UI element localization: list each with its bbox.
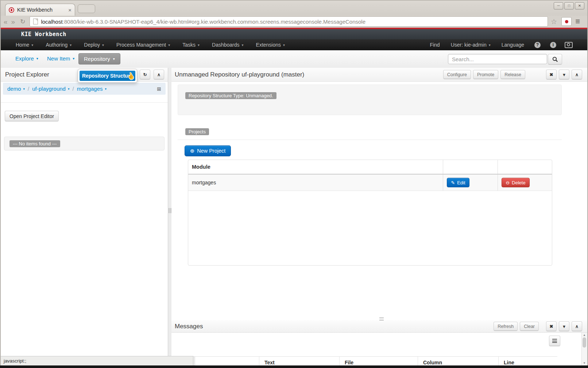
- menu-authoring[interactable]: Authoring▾: [39, 42, 78, 48]
- caret-down-icon: ▾: [105, 87, 107, 91]
- tab-close-icon[interactable]: ×: [68, 7, 71, 13]
- maximize-window-icon[interactable]: □: [564, 2, 574, 9]
- panel-collapse-button[interactable]: ∧: [572, 70, 582, 79]
- panel-close-button[interactable]: ✖: [546, 70, 557, 79]
- messages-header: Messages Refresh Clear ✖ ▾ ∧: [171, 320, 587, 333]
- browser-url-bar: « » ↻ localhost :8080/kie-wb-6.3.0-SNAPS…: [0, 15, 588, 28]
- explore-menu[interactable]: Explore▾: [15, 55, 38, 62]
- new-tab-button[interactable]: [78, 4, 95, 13]
- panel-close-button[interactable]: ✖: [546, 321, 557, 331]
- menu-language[interactable]: Language: [496, 42, 530, 48]
- caret-down-icon: ▾: [242, 43, 244, 47]
- menu-dashboards[interactable]: Dashboards▾: [206, 42, 250, 48]
- panel-collapse-button[interactable]: ∧: [154, 70, 164, 79]
- breadcrumb: demo▾ / uf-playground▾ / mortgages▾ ⊞: [3, 83, 166, 95]
- list-icon: [552, 339, 557, 340]
- column-header-module: Module: [188, 160, 443, 174]
- status-bar: javascript:;: [1, 356, 193, 365]
- search-button[interactable]: [548, 54, 562, 64]
- minimize-window-icon[interactable]: ─: [554, 2, 563, 9]
- structure-type-well: Repository Structure Type: Unmanaged.: [178, 85, 562, 115]
- menu-home[interactable]: Home▾: [9, 42, 39, 48]
- breadcrumb-project[interactable]: mortgages▾: [77, 86, 107, 92]
- menu-find[interactable]: Find: [424, 42, 445, 48]
- caret-down-icon: ▾: [283, 43, 285, 47]
- projects-table: Module mortgages ✎Edit ⊖Delete: [188, 160, 552, 266]
- column-header-file: File: [340, 357, 418, 365]
- panel-title: Messages: [175, 323, 203, 330]
- close-window-icon[interactable]: ✕: [575, 2, 584, 9]
- reload-icon[interactable]: ↻: [20, 19, 25, 25]
- column-header-text: Text: [259, 357, 340, 365]
- menu-extensions[interactable]: Extensions▾: [250, 42, 291, 48]
- forward-icon[interactable]: »: [11, 18, 15, 25]
- url-field[interactable]: localhost :8080/kie-wb-6.3.0-SNAPSHOT-ea…: [30, 16, 548, 27]
- horizontal-splitter-grip-icon[interactable]: [379, 318, 384, 320]
- column-header-delete: [498, 160, 552, 174]
- window-border: [0, 0, 1, 368]
- divider: [1, 102, 168, 103]
- panel-minimize-button[interactable]: ▾: [559, 70, 569, 79]
- column-header-edit: [443, 160, 498, 174]
- promote-button[interactable]: Promote: [473, 70, 498, 79]
- browser-tab[interactable]: KIE Workbench ×: [5, 4, 75, 16]
- structure-type-badge: Repository Structure Type: Unmanaged.: [185, 92, 276, 99]
- back-icon[interactable]: «: [4, 18, 8, 25]
- minus-circle-icon: ⊖: [506, 180, 510, 185]
- search-input[interactable]: [448, 54, 547, 64]
- caret-down-icon: ▾: [198, 43, 200, 47]
- messages-table-header: Text File Column Line: [171, 356, 557, 365]
- help-icon[interactable]: ?: [534, 42, 541, 48]
- breadcrumb-separator: /: [70, 86, 77, 92]
- info-icon[interactable]: i: [550, 42, 556, 48]
- perspective-toolbar: Explore▾ New Item▾ Repository▾: [1, 50, 587, 68]
- red-dot-icon: [565, 20, 568, 23]
- repository-menu-button[interactable]: Repository▾: [78, 53, 120, 64]
- new-project-button[interactable]: ⊕ New Project: [185, 145, 231, 156]
- breadcrumb-repository[interactable]: uf-playground▾: [32, 86, 69, 92]
- scrollbar-thumb[interactable]: [583, 337, 586, 348]
- browser-window: KIE Workbench × ─ □ ✕ « » ↻ localhost :8…: [0, 0, 588, 368]
- refresh-explorer-button[interactable]: ↻: [140, 70, 150, 79]
- caret-down-icon: ▾: [73, 56, 74, 60]
- delete-button[interactable]: ⊖Delete: [502, 178, 529, 187]
- edit-button[interactable]: ✎Edit: [447, 178, 469, 187]
- scroll-up-icon[interactable]: ▲: [583, 333, 586, 337]
- edit-icon: ✎: [451, 180, 455, 185]
- release-button[interactable]: Release: [500, 70, 525, 79]
- column-header-blank: [195, 357, 259, 365]
- bookmark-star-icon[interactable]: ☆: [551, 17, 557, 26]
- project-explorer-panel: Project Explorer ✖ ▾ ↻ ∧ demo▾ / uf-play…: [1, 68, 168, 365]
- open-project-editor-button[interactable]: Open Project Editor: [5, 111, 59, 121]
- vertical-splitter[interactable]: [168, 68, 171, 365]
- refresh-messages-button[interactable]: Refresh: [494, 322, 518, 331]
- brand-bar: KIE Workbench: [1, 29, 587, 39]
- menu-process-management[interactable]: Process Management▾: [110, 42, 176, 48]
- table-row: mortgages ✎Edit ⊖Delete: [188, 175, 552, 191]
- camera-icon[interactable]: [565, 42, 573, 48]
- expand-plus-icon[interactable]: ⊞: [157, 86, 161, 92]
- menu-deploy[interactable]: Deploy▾: [78, 42, 110, 48]
- page-icon: [33, 19, 38, 24]
- menu-user[interactable]: User: kie-admin▾: [445, 42, 496, 48]
- panel-minimize-button[interactable]: ▾: [559, 321, 569, 331]
- scroll-down-icon[interactable]: ▼: [583, 361, 586, 365]
- page-title: Unmanaged Repository uf-playground (mast…: [175, 71, 304, 78]
- column-header-line: Line: [499, 357, 557, 365]
- clear-messages-button[interactable]: Clear: [520, 322, 539, 331]
- messages-body: Text File Column Line ▲ ▼: [171, 333, 587, 365]
- new-item-menu[interactable]: New Item▾: [47, 55, 74, 62]
- caret-down-icon: ▾: [70, 43, 71, 47]
- breadcrumb-org[interactable]: demo▾: [7, 86, 25, 92]
- configure-button[interactable]: Configure: [443, 70, 471, 79]
- browser-menu-icon[interactable]: ≡: [575, 17, 580, 26]
- panel-collapse-button[interactable]: ∧: [572, 321, 582, 331]
- brand-title: KIE Workbench: [21, 31, 66, 38]
- reader-mode-button[interactable]: [561, 17, 572, 26]
- caret-down-icon: ▾: [168, 43, 170, 47]
- column-picker-button[interactable]: [549, 336, 560, 346]
- no-items-badge: --- No items found ---: [9, 140, 60, 147]
- menu-tasks[interactable]: Tasks▾: [176, 42, 206, 48]
- browser-tab-bar: KIE Workbench × ─ □ ✕: [0, 0, 588, 16]
- messages-scrollbar[interactable]: ▲ ▼: [581, 333, 587, 365]
